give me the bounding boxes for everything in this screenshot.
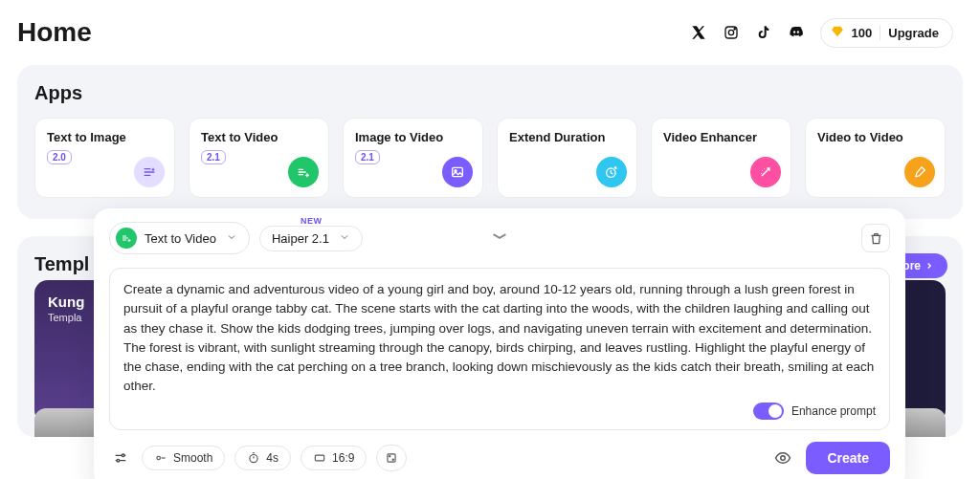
chevron-right-icon xyxy=(924,261,934,271)
tiktok-icon[interactable] xyxy=(755,24,772,41)
app-image-to-video[interactable]: Image to Video 2.1 xyxy=(343,118,483,198)
delete-button[interactable] xyxy=(861,224,890,252)
enhance-toggle[interactable] xyxy=(753,403,784,420)
app-badge: 2.1 xyxy=(355,150,380,164)
new-badge: NEW xyxy=(301,216,323,226)
svg-point-8 xyxy=(157,456,161,460)
svg-point-2 xyxy=(734,29,735,30)
svg-rect-3 xyxy=(453,167,463,176)
sparkle-plus-icon xyxy=(288,157,319,187)
sparkle-lines-icon xyxy=(134,157,165,187)
magic-wand-icon xyxy=(750,157,781,187)
motion-selector[interactable]: Smooth xyxy=(142,446,225,470)
discord-icon[interactable] xyxy=(788,24,805,41)
mode-selector[interactable]: Text to Video xyxy=(109,222,250,254)
trash-icon xyxy=(869,231,883,246)
top-bar: Home 100 Upgrade xyxy=(0,0,980,65)
model-selector[interactable]: Haiper 2.1 xyxy=(259,226,363,251)
gem-icon xyxy=(831,25,844,41)
svg-point-1 xyxy=(728,30,733,34)
prompt-box: Create a dynamic and adventurous video o… xyxy=(109,268,890,430)
mode-label: Text to Video xyxy=(145,231,216,246)
svg-point-12 xyxy=(390,455,390,456)
svg-point-6 xyxy=(122,454,124,457)
app-text-to-video[interactable]: Text to Video 2.1 xyxy=(189,118,329,198)
app-badge: 2.1 xyxy=(201,150,226,164)
sliders-icon xyxy=(113,450,128,466)
app-label: Text to Image xyxy=(47,130,163,144)
clock-plus-icon xyxy=(596,157,627,187)
app-label: Image to Video xyxy=(355,130,471,144)
image-icon xyxy=(442,157,473,187)
app-text-to-image[interactable]: Text to Image 2.0 xyxy=(34,118,175,198)
enhance-row: Enhance prompt xyxy=(123,403,876,420)
aspect-label: 16:9 xyxy=(332,451,354,465)
motion-label: Smooth xyxy=(173,451,212,465)
model-label: Haiper 2.1 xyxy=(272,231,329,246)
aspect-selector[interactable]: 16:9 xyxy=(301,446,367,470)
x-icon[interactable] xyxy=(690,24,707,41)
duration-selector[interactable]: 4s xyxy=(234,446,291,470)
stopwatch-icon xyxy=(247,451,260,465)
eye-icon xyxy=(774,449,791,467)
duration-label: 4s xyxy=(266,451,278,465)
composer-bottom-row: Smooth 4s 16:9 Create xyxy=(109,442,890,474)
composer-panel: NEW Text to Video Haiper 2.1 Create a dy… xyxy=(94,208,905,479)
page-title: Home xyxy=(17,17,92,48)
svg-rect-10 xyxy=(315,455,323,461)
svg-point-14 xyxy=(781,455,786,460)
instagram-icon[interactable] xyxy=(723,24,740,41)
top-right-group: 100 Upgrade xyxy=(690,18,953,48)
app-label: Video Enhancer xyxy=(663,130,779,144)
apps-title: Apps xyxy=(34,82,946,104)
settings-button[interactable] xyxy=(109,446,132,469)
chevron-down-icon xyxy=(339,231,350,246)
chevron-down-icon xyxy=(226,231,237,246)
divider xyxy=(880,25,880,40)
apps-section: Apps Text to Image 2.0 Text to Video 2.1… xyxy=(17,65,963,219)
app-video-enhancer[interactable]: Video Enhancer xyxy=(651,118,791,198)
app-label: Text to Video xyxy=(201,130,317,144)
aspect-icon xyxy=(313,451,326,465)
sparkle-plus-icon xyxy=(116,228,137,249)
svg-point-13 xyxy=(393,459,394,460)
enhance-label: Enhance prompt xyxy=(791,404,876,418)
apps-grid: Text to Image 2.0 Text to Video 2.1 Imag… xyxy=(34,118,946,198)
svg-rect-11 xyxy=(388,453,395,461)
svg-point-7 xyxy=(117,459,120,462)
app-label: Extend Duration xyxy=(509,130,625,144)
credits-pill[interactable]: 100 Upgrade xyxy=(820,18,953,48)
seed-selector[interactable] xyxy=(376,445,407,471)
credits-value: 100 xyxy=(852,26,873,40)
composer-top-row: NEW Text to Video Haiper 2.1 xyxy=(109,222,890,254)
app-video-to-video[interactable]: Video to Video xyxy=(805,118,946,198)
app-label: Video to Video xyxy=(817,130,933,144)
upgrade-label: Upgrade xyxy=(888,26,939,40)
create-button[interactable]: Create xyxy=(806,442,890,474)
app-badge: 2.0 xyxy=(47,150,72,164)
motion-icon xyxy=(154,451,167,465)
prompt-input[interactable]: Create a dynamic and adventurous video o… xyxy=(123,280,876,397)
brush-icon xyxy=(904,157,935,187)
dice-icon xyxy=(385,451,398,465)
preview-button[interactable] xyxy=(769,445,796,471)
app-extend-duration[interactable]: Extend Duration xyxy=(497,118,637,198)
collapse-button[interactable] xyxy=(489,226,510,250)
